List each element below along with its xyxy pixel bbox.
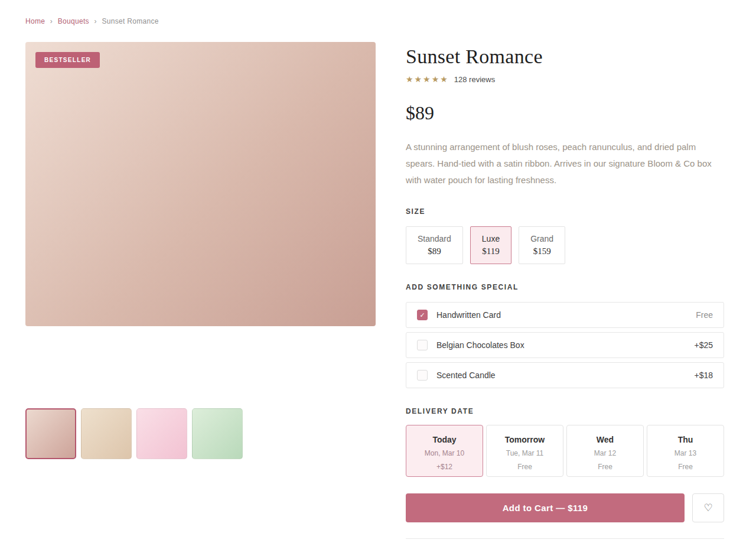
add-to-cart-button[interactable]: Add to Cart — $119 (406, 493, 685, 522)
addon-name: Scented Candle (436, 370, 496, 380)
divider (406, 538, 724, 539)
breadcrumb-home[interactable]: Home (25, 17, 45, 25)
delivery-price: Free (647, 463, 724, 471)
thumbnail-pink[interactable] (136, 408, 187, 459)
delivery-day: Today (406, 435, 483, 444)
heart-icon: ♡ (703, 502, 712, 514)
size-name: Luxe (482, 234, 500, 243)
delivery-price: Free (567, 463, 643, 471)
delivery-price: +$12 (406, 463, 483, 471)
rating-row: ★★★★★ 128 reviews (406, 74, 724, 84)
size-name: Standard (418, 234, 451, 243)
size-option-standard[interactable]: Standard $89 (406, 226, 463, 264)
size-option-luxe[interactable]: Luxe $119 (470, 226, 511, 264)
page-title: Sunset Romance (406, 46, 724, 68)
delivery-option-wed[interactable]: Wed Mar 12 Free (566, 425, 644, 477)
delivery-day: Tomorrow (487, 435, 563, 444)
breadcrumb-bouquets[interactable]: Bouquets (58, 17, 89, 25)
size-price: $89 (418, 246, 451, 256)
addon-name: Handwritten Card (436, 310, 501, 320)
addon-price: Free (696, 310, 713, 320)
star-rating-icon: ★★★★★ (406, 74, 449, 84)
delivery-option-group: Today Mon, Mar 10 +$12 Tomorrow Tue, Mar… (406, 425, 724, 477)
addon-price: +$25 (694, 340, 713, 350)
gallery: BESTSELLER (25, 42, 376, 546)
thumbnail-list (25, 408, 376, 459)
addon-belgian-chocolates-box[interactable]: Belgian Chocolates Box +$25 (406, 332, 724, 358)
addons-label: ADD SOMETHING SPECIAL (406, 283, 724, 291)
breadcrumb-separator: › (94, 17, 97, 25)
delivery-label: DELIVERY DATE (406, 407, 724, 415)
addon-list: ✓ Handwritten Card Free Belgian Chocolat… (406, 302, 724, 388)
delivery-date: Mar 12 (567, 449, 643, 457)
size-name: Grand (530, 234, 553, 243)
thumbnail-blush-rose[interactable] (25, 408, 76, 459)
size-option-group: Standard $89 Luxe $119 Grand $159 (406, 226, 724, 264)
cart-row: Add to Cart — $119 ♡ (406, 493, 724, 522)
check-icon: ✓ (419, 312, 425, 318)
breadcrumb-separator: › (50, 17, 53, 25)
checkbox-checked-icon[interactable]: ✓ (417, 310, 428, 320)
delivery-day: Thu (647, 435, 724, 444)
checkbox-unchecked-icon[interactable] (417, 340, 428, 350)
thumbnail-mint-green[interactable] (192, 408, 243, 459)
breadcrumb: Home › Bouquets › Sunset Romance (25, 17, 723, 25)
delivery-day: Wed (567, 435, 643, 444)
bestseller-badge: BESTSELLER (35, 52, 100, 68)
product-page: Home › Bouquets › Sunset Romance BESTSEL… (0, 0, 756, 546)
delivery-option-thu[interactable]: Thu Mar 13 Free (647, 425, 724, 477)
addon-price: +$18 (694, 370, 713, 380)
delivery-option-today[interactable]: Today Mon, Mar 10 +$12 (406, 425, 483, 477)
product-details: Sunset Romance ★★★★★ 128 reviews $89 A s… (406, 42, 724, 546)
delivery-date: Mon, Mar 10 (406, 449, 483, 457)
addon-name: Belgian Chocolates Box (436, 340, 524, 350)
size-label: SIZE (406, 207, 724, 216)
wishlist-button[interactable]: ♡ (692, 493, 724, 522)
addon-handwritten-card[interactable]: ✓ Handwritten Card Free (406, 302, 724, 328)
product-description: A stunning arrangement of blush roses, p… (406, 139, 724, 188)
content: BESTSELLER Sunset Romance ★★★★★ 128 revi… (25, 42, 723, 546)
size-option-grand[interactable]: Grand $159 (519, 226, 565, 264)
product-image: BESTSELLER (25, 42, 376, 326)
size-price: $119 (482, 246, 500, 256)
delivery-date: Tue, Mar 11 (487, 449, 563, 457)
delivery-option-tomorrow[interactable]: Tomorrow Tue, Mar 11 Free (486, 425, 563, 477)
thumbnail-beige[interactable] (81, 408, 132, 459)
checkbox-unchecked-icon[interactable] (417, 370, 428, 381)
breadcrumb-current: Sunset Romance (102, 17, 158, 25)
addon-scented-candle[interactable]: Scented Candle +$18 (406, 362, 724, 388)
product-price: $89 (406, 102, 724, 124)
size-price: $159 (530, 246, 553, 256)
delivery-price: Free (487, 463, 563, 471)
reviews-link[interactable]: 128 reviews (454, 75, 495, 84)
delivery-date: Mar 13 (647, 449, 724, 457)
